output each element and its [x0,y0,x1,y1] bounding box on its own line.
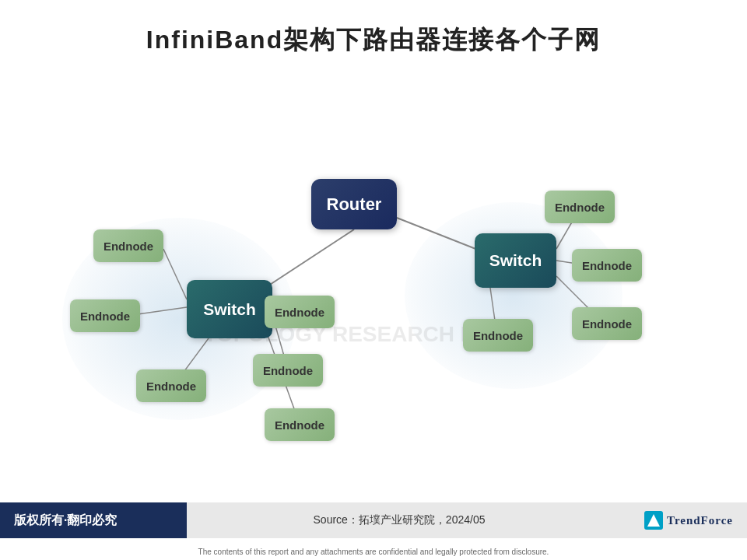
endnode-l3: Endnode [136,369,206,402]
brand-logo: TrendForce [607,511,747,530]
footer-bar: 版权所有·翻印必究 Source：拓墣产业研究院，2024/05 TrendFo… [0,502,747,538]
switch-right-node: Switch [475,233,556,288]
page-title: InfiniBand架构下路由器连接各个子网 [0,0,747,58]
source-text: Source：拓墣产业研究院，2024/05 [191,513,607,527]
glow-right [405,202,622,389]
diagram-area: TOPOLOGY RESEARCH INS Router [0,78,747,498]
endnode-l4: Endnode [265,296,335,328]
disclaimer-text: The contents of this report and any atta… [0,548,747,556]
endnode-l1: Endnode [93,229,163,262]
router-node: Router [311,179,397,229]
brand-name: TrendForce [667,514,733,527]
trendforce-logo: TrendForce [644,511,733,530]
slide: InfiniBand架构下路由器连接各个子网 TOPOLOGY RESEARCH… [0,0,747,560]
endnode-l2: Endnode [70,299,140,332]
endnode-r1: Endnode [545,191,615,223]
endnode-r3: Endnode [572,307,642,340]
endnode-r4: Endnode [463,319,533,352]
switch-left-node: Switch [187,280,272,338]
endnode-l5: Endnode [253,354,323,387]
endnode-r2: Endnode [572,249,642,282]
trendforce-icon [644,511,663,530]
endnode-l6: Endnode [265,408,335,441]
copyright-text: 版权所有·翻印必究 [0,513,191,529]
